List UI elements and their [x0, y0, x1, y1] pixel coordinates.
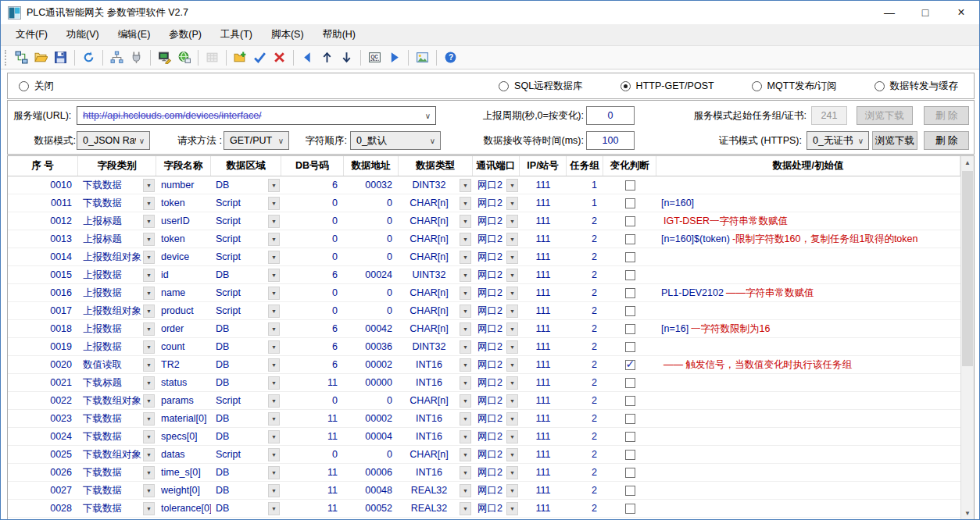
station-cell[interactable]: 111 [520, 248, 567, 265]
init-value-cell[interactable] [656, 338, 960, 355]
vertical-scrollbar[interactable]: ▲ ▼ [960, 156, 974, 520]
dropdown-arrow-icon[interactable]: ▼ [460, 179, 471, 192]
area-select-cell[interactable]: Script▼ [211, 212, 281, 230]
taskgroup-cell[interactable]: 2 [567, 356, 603, 373]
dropdown-arrow-icon[interactable]: ▼ [460, 215, 471, 228]
init-value-cell[interactable] [656, 302, 960, 319]
menu-item[interactable]: 编辑(E) [109, 24, 160, 45]
field-name-cell[interactable]: time_s[0] [156, 464, 211, 481]
address-cell[interactable]: 0 [344, 230, 399, 248]
field-name-cell[interactable]: datas [156, 446, 211, 463]
dropdown-arrow-icon[interactable]: ▼ [268, 430, 280, 443]
dropdown-arrow-icon[interactable]: ▼ [506, 305, 518, 318]
port-select-cell[interactable]: 网口2▼ [473, 212, 520, 230]
menu-item[interactable]: 帮助(H) [313, 24, 365, 45]
station-cell[interactable]: 111 [520, 464, 567, 481]
dropdown-arrow-icon[interactable]: ▼ [143, 251, 155, 264]
taskgroup-cell[interactable]: 2 [567, 302, 603, 319]
dropdown-arrow-icon[interactable]: ▼ [506, 502, 518, 515]
address-cell[interactable]: 00002 [344, 356, 399, 373]
field-name-cell[interactable]: token [156, 194, 211, 212]
address-cell[interactable]: 00002 [344, 410, 399, 427]
category-select-cell[interactable]: 下载数据▼ [78, 194, 156, 212]
db-number-cell[interactable]: 11 [281, 464, 344, 481]
delete-button-1[interactable]: 删 除 [924, 106, 969, 125]
address-cell[interactable]: 0 [344, 392, 399, 409]
category-select-cell[interactable]: 上报标题▼ [78, 230, 156, 248]
topology-icon[interactable] [107, 48, 127, 67]
refresh-icon[interactable] [79, 48, 98, 67]
taskgroup-cell[interactable]: 2 [567, 248, 603, 265]
browse-download-button-1[interactable]: 浏览下载 [857, 106, 913, 125]
address-cell[interactable]: 00036 [344, 338, 399, 355]
taskgroup-cell[interactable]: 2 [567, 392, 603, 409]
field-name-cell[interactable]: weight[0] [156, 482, 211, 499]
category-select-cell[interactable]: 下载数据▼ [78, 464, 156, 481]
dropdown-arrow-icon[interactable]: ▼ [268, 287, 280, 300]
radio-mode-option[interactable]: MQTT发布/订阅 [752, 80, 837, 93]
area-select-cell[interactable]: Script▼ [211, 194, 281, 212]
dropdown-arrow-icon[interactable]: ▼ [143, 179, 155, 192]
address-cell[interactable]: 0 [344, 248, 399, 265]
port-select-cell[interactable]: 网口2▼ [473, 338, 520, 355]
address-cell[interactable]: 00000 [344, 374, 399, 391]
field-name-cell[interactable]: id [156, 266, 211, 283]
change-detect-checkbox[interactable] [625, 378, 635, 388]
dropdown-arrow-icon[interactable]: ▼ [143, 394, 155, 408]
area-select-cell[interactable]: Script▼ [211, 248, 281, 265]
category-select-cell[interactable]: 下载数组对象▼ [78, 392, 156, 409]
init-value-cell[interactable] [656, 176, 960, 194]
network-config-icon[interactable] [12, 48, 31, 67]
init-value-cell[interactable] [656, 500, 960, 517]
port-select-cell[interactable]: 网口2▼ [473, 320, 520, 337]
save-icon[interactable] [51, 48, 70, 67]
taskgroup-cell[interactable]: 2 [567, 500, 603, 517]
port-select-cell[interactable]: 网口2▼ [473, 248, 520, 265]
taskgroup-cell[interactable]: 2 [567, 212, 603, 230]
radio-mode-option[interactable]: HTTP-GET/POST [621, 80, 714, 93]
change-detect-checkbox[interactable] [625, 324, 635, 334]
menu-item[interactable]: 文件(F) [6, 24, 57, 45]
init-value-cell[interactable] [656, 266, 960, 283]
change-detect-checkbox[interactable] [625, 342, 635, 352]
taskgroup-cell[interactable]: 2 [567, 338, 603, 355]
category-select-cell[interactable]: 下载数据▼ [78, 500, 156, 517]
taskgroup-cell[interactable]: 2 [567, 446, 603, 463]
change-detect-checkbox[interactable] [625, 270, 635, 280]
station-cell[interactable]: 111 [520, 230, 567, 248]
change-detect-checkbox[interactable] [625, 252, 635, 262]
address-cell[interactable]: 00024 [344, 266, 399, 283]
category-select-cell[interactable]: 上报数据▼ [78, 284, 156, 301]
change-detect-checkbox[interactable] [625, 360, 635, 370]
change-detect-checkbox[interactable] [625, 432, 635, 442]
category-select-cell[interactable]: 上报数据▼ [78, 266, 156, 283]
dropdown-arrow-icon[interactable]: ▼ [268, 484, 280, 497]
db-number-cell[interactable]: 0 [281, 248, 344, 265]
arrow-down-icon[interactable] [337, 48, 356, 67]
port-select-cell[interactable]: 网口2▼ [473, 500, 520, 517]
station-cell[interactable]: 111 [520, 392, 567, 409]
db-number-cell[interactable]: 0 [281, 392, 344, 409]
area-select-cell[interactable]: Script▼ [211, 230, 281, 248]
category-select-cell[interactable]: 上报数据▼ [78, 320, 156, 337]
dropdown-arrow-icon[interactable]: ▼ [460, 251, 471, 264]
station-cell[interactable]: 111 [520, 302, 567, 319]
taskgroup-cell[interactable]: 2 [567, 284, 603, 301]
area-select-cell[interactable]: Script▼ [211, 302, 281, 319]
station-cell[interactable]: 111 [520, 446, 567, 463]
dropdown-arrow-icon[interactable]: ▼ [143, 502, 155, 515]
dropdown-arrow-icon[interactable]: ▼ [506, 358, 518, 372]
db-number-cell[interactable]: 6 [281, 356, 344, 373]
dropdown-arrow-icon[interactable]: ▼ [143, 358, 155, 372]
dropdown-arrow-icon[interactable]: ▼ [268, 358, 280, 372]
station-cell[interactable]: 111 [520, 374, 567, 391]
category-select-cell[interactable]: 数值读取▼ [78, 356, 156, 373]
db-number-cell[interactable]: 11 [281, 374, 344, 391]
taskgroup-cell[interactable]: 1 [567, 194, 603, 212]
change-detect-checkbox[interactable] [625, 216, 635, 226]
dropdown-arrow-icon[interactable]: ▼ [460, 376, 471, 390]
category-select-cell[interactable]: 下载标题▼ [78, 374, 156, 391]
taskgroup-cell[interactable]: 2 [567, 266, 603, 283]
qc-barcode-icon[interactable]: QC [365, 48, 384, 67]
category-select-cell[interactable]: 下载数据▼ [78, 176, 156, 194]
